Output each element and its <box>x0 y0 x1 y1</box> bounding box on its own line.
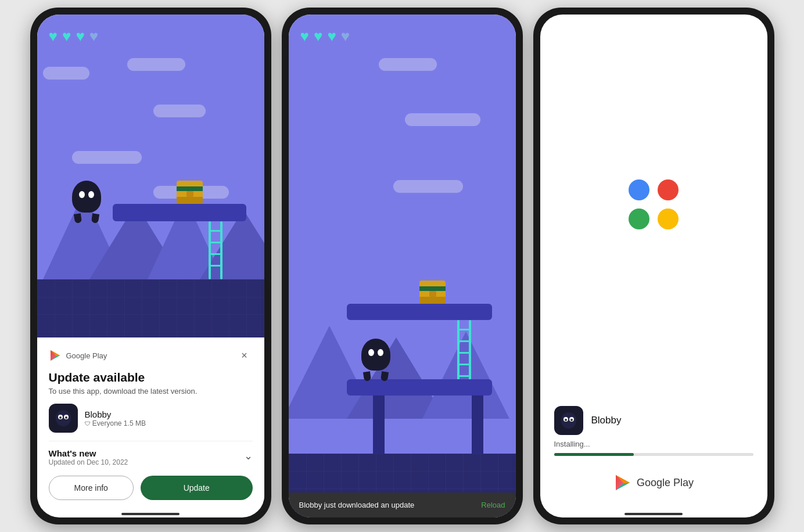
bottom-panel: Google Play × Update available To use th… <box>37 337 264 509</box>
update-title: Update available <box>49 371 253 384</box>
cloud-2 <box>127 58 185 71</box>
svg-point-2 <box>56 410 71 426</box>
app-icon <box>49 404 78 433</box>
install-app-icon <box>554 406 583 435</box>
hearts-row: ♥ ♥ ♥ ♥ <box>49 27 99 45</box>
cloud-2-1 <box>379 58 437 71</box>
whats-new-text: What's new Updated on Dec 10, 2022 <box>49 448 128 466</box>
blobby-icon-svg <box>52 407 75 430</box>
content-rating-icon: 🛡 <box>85 420 91 427</box>
svg-point-13 <box>570 419 573 421</box>
whats-new-section: What's new Updated on Dec 10, 2022 ⌄ <box>49 441 253 466</box>
gplay-logo-row: Google Play <box>49 349 107 362</box>
character-blobby-2 <box>358 339 393 379</box>
app-meta: 🛡 Everyone 1.5 MB <box>85 419 146 427</box>
cloud-4 <box>72 151 142 164</box>
game-screenshot-1: ♥ ♥ ♥ ♥ <box>37 15 264 337</box>
heart-3: ♥ <box>76 27 84 45</box>
app-info-text: Blobby 🛡 Everyone 1.5 MB <box>85 409 146 427</box>
blue-dot <box>629 179 649 200</box>
gplay-footer: Google Play <box>554 473 753 492</box>
reload-button[interactable]: Reload <box>481 501 505 509</box>
google-dots-area <box>540 15 767 394</box>
heart-2: ♥ <box>62 27 71 45</box>
app-name: Blobby <box>85 409 146 419</box>
close-button[interactable]: × <box>236 347 253 364</box>
install-app-name: Blobby <box>591 415 622 426</box>
phone-1-screen: ♥ ♥ ♥ ♥ <box>37 15 264 517</box>
gplay-logo-icon <box>49 349 62 362</box>
svg-point-6 <box>65 416 67 419</box>
svg-point-9 <box>561 412 576 429</box>
update-subtitle: To use this app, download the latest ver… <box>49 387 253 396</box>
app-info-row: Blobby 🛡 Everyone 1.5 MB <box>49 404 253 433</box>
installing-text: Installing... <box>554 440 753 448</box>
platform-support-2 <box>472 396 483 454</box>
treasure-chest-2 <box>419 281 446 304</box>
phone-2: ♥ ♥ ♥ ♥ <box>282 8 523 524</box>
green-dot <box>629 209 649 229</box>
heart-2-1: ♥ <box>300 27 309 45</box>
treasure-chest <box>177 181 203 204</box>
blobby-install-icon <box>557 409 580 432</box>
ground-area <box>37 279 264 337</box>
svg-point-12 <box>565 419 567 421</box>
google-dots-grid <box>629 179 679 229</box>
phone-2-screen: ♥ ♥ ♥ ♥ <box>289 15 516 517</box>
gplay-label: Google Play <box>66 351 107 360</box>
progress-bar-background <box>554 453 753 456</box>
gplay-footer-text: Google Play <box>637 477 694 489</box>
toast-notification: Blobby just downloaded an update Reload <box>289 493 516 517</box>
ladder <box>209 221 222 279</box>
app-meta-text: Everyone 1.5 MB <box>92 419 146 427</box>
gplay-header: Google Play × <box>49 347 253 364</box>
upper-platform <box>347 304 492 320</box>
game-screenshot-2: ♥ ♥ ♥ ♥ <box>289 15 516 517</box>
heart-2-3: ♥ <box>327 27 336 45</box>
more-info-button[interactable]: More info <box>49 476 134 500</box>
install-app-row: Blobby <box>554 406 753 435</box>
install-section: Blobby Installing... <box>540 394 767 509</box>
whats-new-date: Updated on Dec 10, 2022 <box>49 458 128 466</box>
home-indicator-3 <box>624 513 683 515</box>
heart-2-4: ♥ <box>341 27 350 45</box>
update-button[interactable]: Update <box>141 476 253 500</box>
gplay-footer-logo-icon <box>613 473 632 492</box>
cloud-2-2 <box>405 113 480 126</box>
home-indicator <box>121 513 180 515</box>
ground-pattern <box>37 279 264 337</box>
svg-point-5 <box>59 416 62 419</box>
phone-3-screen: Blobby Installing... <box>540 15 767 517</box>
phone-3: Blobby Installing... <box>533 8 774 524</box>
chevron-down-icon[interactable]: ⌄ <box>244 450 253 462</box>
heart-4: ♥ <box>89 27 98 45</box>
toast-text: Blobby just downloaded an update <box>299 501 415 509</box>
yellow-dot <box>658 209 679 229</box>
whats-new-title: What's new <box>49 448 128 458</box>
hearts-row-2: ♥ ♥ ♥ ♥ <box>300 27 350 45</box>
progress-bar-fill <box>554 453 634 456</box>
phone-1: ♥ ♥ ♥ ♥ <box>30 8 271 524</box>
cloud-1 <box>43 67 89 80</box>
action-buttons: More info Update <box>49 476 253 500</box>
heart-2-2: ♥ <box>314 27 322 45</box>
character-blobby <box>69 181 104 221</box>
svg-rect-0 <box>37 279 264 337</box>
red-dot <box>658 179 679 200</box>
heart-1: ♥ <box>49 27 58 45</box>
main-platform <box>113 204 246 221</box>
cloud-3 <box>153 105 206 117</box>
lower-platform <box>347 379 492 396</box>
platform-support-1 <box>373 396 385 454</box>
cloud-2-3 <box>393 180 463 193</box>
